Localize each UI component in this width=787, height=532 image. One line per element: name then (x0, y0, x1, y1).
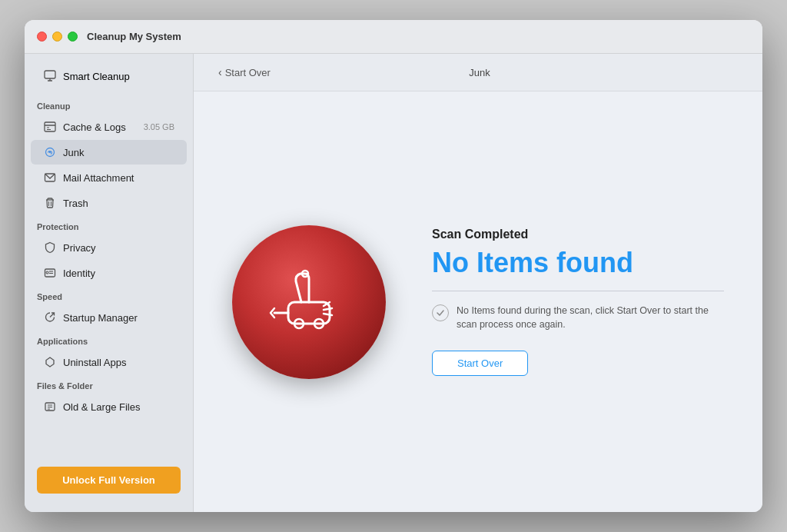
start-over-back-button[interactable]: ‹ Start Over (212, 63, 277, 81)
content-header: ‹ Start Over Junk (194, 54, 762, 91)
startup-manager-icon (43, 311, 57, 324)
old-large-files-icon (43, 400, 57, 414)
titlebar: Cleanup My System (25, 20, 762, 54)
sidebar-bottom: Unlock Full Version (25, 457, 193, 503)
scan-completed-label: Scan Completed (432, 228, 724, 241)
content-body: Scan Completed No Items found No Items f… (194, 91, 762, 512)
maximize-button[interactable] (68, 32, 78, 42)
sidebar-item-identity[interactable]: Identity (31, 261, 187, 285)
check-icon (432, 304, 449, 321)
main-area: Smart Cleanup Cleanup Cache & Log (25, 54, 762, 512)
divider (432, 291, 724, 291)
chevron-left-icon: ‹ (218, 66, 222, 78)
sidebar-item-trash[interactable]: Trash (31, 191, 187, 215)
mail-attachment-icon (43, 171, 57, 185)
app-window: Cleanup My System Smart Cleanup Cleanup (25, 20, 762, 512)
cache-logs-label: Cache & Logs (63, 121, 138, 133)
svg-rect-0 (45, 71, 55, 78)
trash-label: Trash (63, 198, 174, 209)
sidebar-item-junk[interactable]: Junk (31, 140, 187, 165)
svg-rect-3 (45, 122, 55, 131)
back-button-label: Start Over (225, 67, 271, 78)
sidebar-item-privacy[interactable]: Privacy (31, 235, 187, 260)
smart-cleanup-label: Smart Cleanup (63, 71, 174, 82)
vacuum-illustration (232, 225, 386, 379)
identity-label: Identity (63, 268, 174, 279)
sidebar-item-uninstall-apps[interactable]: Uninstall Apps (31, 350, 187, 374)
privacy-label: Privacy (63, 242, 174, 254)
smart-cleanup-icon (43, 69, 57, 83)
sidebar-item-smart-cleanup[interactable]: Smart Cleanup (31, 63, 187, 89)
sidebar-item-old-large-files[interactable]: Old & Large Files (31, 394, 187, 419)
section-label-applications: Applications (25, 331, 193, 349)
startup-manager-label: Startup Manager (63, 312, 174, 324)
start-over-button[interactable]: Start Over (432, 351, 528, 376)
window-title: Cleanup My System (87, 31, 181, 42)
sidebar-item-startup-manager[interactable]: Startup Manager (31, 305, 187, 330)
junk-label: Junk (63, 147, 174, 158)
sidebar-section-speed: Speed Startup Manager (25, 286, 193, 331)
svg-line-16 (50, 313, 55, 318)
sidebar-item-cache-logs[interactable]: Cache & Logs 3.05 GB (31, 115, 187, 139)
sidebar-section-protection: Protection Privacy (25, 216, 193, 286)
sidebar-section-applications: Applications Uninstall Apps (25, 331, 193, 375)
page-title: Junk (277, 67, 682, 78)
section-label-files: Files & Folder (25, 375, 193, 394)
privacy-icon (43, 241, 57, 254)
junk-icon (43, 145, 57, 159)
mail-attachment-label: Mail Attachment (63, 172, 174, 184)
uninstall-apps-icon (43, 355, 57, 369)
unlock-full-version-button[interactable]: Unlock Full Version (37, 467, 181, 494)
sidebar: Smart Cleanup Cleanup Cache & Log (25, 54, 194, 512)
sidebar-item-mail-attachment[interactable]: Mail Attachment (31, 165, 187, 190)
svg-point-8 (49, 151, 51, 153)
trash-icon (43, 196, 57, 210)
result-panel: Scan Completed No Items found No Items f… (432, 228, 724, 376)
sidebar-section-files: Files & Folder Old & Large Files (25, 375, 193, 420)
identity-icon (43, 266, 57, 280)
svg-point-15 (46, 271, 48, 274)
section-label-protection: Protection (25, 216, 193, 234)
traffic-lights (37, 32, 78, 42)
cache-logs-badge: 3.05 GB (144, 122, 174, 131)
result-description-text: No Items found during the scan, click St… (457, 304, 724, 333)
content-area: ‹ Start Over Junk (194, 54, 762, 512)
section-label-cleanup: Cleanup (25, 95, 193, 114)
cache-logs-icon (43, 120, 57, 134)
no-items-heading: No Items found (432, 248, 724, 278)
result-description: No Items found during the scan, click St… (432, 304, 724, 333)
section-label-speed: Speed (25, 286, 193, 304)
sidebar-section-cleanup: Cleanup Cache & Logs 3.05 GB (25, 95, 193, 216)
close-button[interactable] (37, 32, 47, 42)
uninstall-apps-label: Uninstall Apps (63, 357, 174, 368)
minimize-button[interactable] (52, 32, 62, 42)
old-large-files-label: Old & Large Files (63, 401, 174, 413)
